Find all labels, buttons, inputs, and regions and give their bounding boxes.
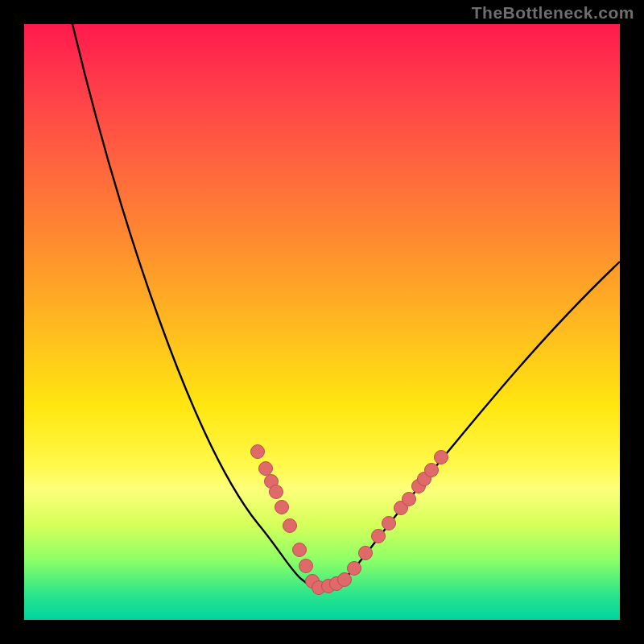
data-marker: [435, 451, 448, 464]
data-marker: [293, 543, 307, 557]
data-marker: [283, 519, 297, 533]
data-marker: [270, 485, 283, 499]
curve-svg: [24, 24, 620, 620]
data-marker: [338, 573, 352, 587]
data-marker: [372, 530, 386, 543]
data-marker: [359, 547, 373, 560]
plot-area: [24, 24, 620, 620]
chart-frame: TheBottleneck.com: [0, 0, 644, 644]
data-marker: [259, 462, 273, 476]
data-marker: [348, 562, 361, 576]
bottleneck-curve-path: [72, 24, 620, 588]
data-marker: [251, 445, 265, 459]
data-marker: [299, 559, 313, 573]
data-marker: [425, 464, 439, 477]
marker-group: [251, 445, 448, 595]
data-marker: [275, 501, 289, 514]
data-marker: [402, 493, 416, 506]
data-marker: [382, 517, 396, 530]
watermark-text: TheBottleneck.com: [472, 3, 634, 23]
